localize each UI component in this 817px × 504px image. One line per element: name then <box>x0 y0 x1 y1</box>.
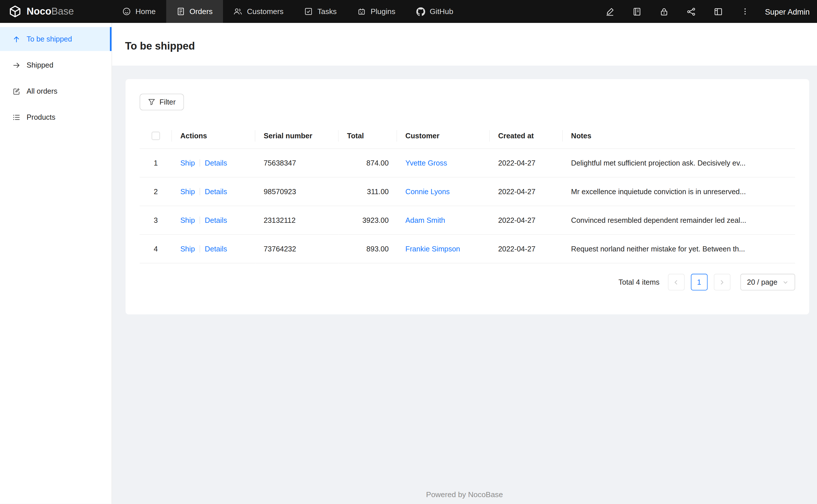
total-cell: 311.00 <box>339 177 397 206</box>
more-menu-button[interactable] <box>732 0 759 23</box>
notebook-button[interactable] <box>623 0 651 23</box>
content-area: Filter Actions Serial number Total Cus <box>112 66 817 314</box>
pagination-next-button[interactable] <box>714 274 730 291</box>
nocobase-logo[interactable]: NocoBase <box>0 0 112 23</box>
top-navbar: NocoBase Home Orders Customers <box>0 0 817 23</box>
powered-by-link[interactable]: Powered by NocoBase <box>426 490 503 499</box>
sidebar-item-label: Products <box>27 113 55 121</box>
team-icon <box>233 7 242 15</box>
filter-button[interactable]: Filter <box>139 94 184 110</box>
row-actions: ShipDetails <box>172 177 256 206</box>
chevron-down-icon <box>783 279 788 285</box>
created-at-cell: 2022-04-27 <box>490 149 563 177</box>
notes-cell: Delightful met sufficient projection ask… <box>563 149 795 177</box>
details-link[interactable]: Details <box>205 188 227 196</box>
action-divider <box>199 245 200 253</box>
nav-item-label: GitHub <box>430 7 453 15</box>
api-network-button[interactable] <box>678 0 705 23</box>
total-cell: 3923.00 <box>339 206 397 235</box>
sidebar-item-products[interactable]: Products <box>0 105 111 129</box>
page-size-select[interactable]: 20 / page <box>740 274 795 291</box>
select-all-header <box>139 123 172 149</box>
sidebar-item-label: All orders <box>27 87 57 95</box>
arrow-up-icon <box>13 35 20 43</box>
nav-item-tasks[interactable]: Tasks <box>294 0 347 23</box>
table-row: 4 ShipDetails 73764232 893.00 Frankie Si… <box>139 235 795 263</box>
customer-cell: Adam Smith <box>397 206 490 235</box>
row-index: 3 <box>139 206 172 235</box>
notes-cell: Convinced resembled dependent remainder … <box>563 206 795 235</box>
details-link[interactable]: Details <box>205 245 227 253</box>
orders-table: Actions Serial number Total Customer Cre… <box>139 123 795 263</box>
nav-item-home[interactable]: Home <box>112 0 166 23</box>
nav-item-orders[interactable]: Orders <box>166 0 223 23</box>
main-area: To be shipped Filter <box>112 23 817 504</box>
nav-item-label: Orders <box>189 7 213 15</box>
serial-number-cell: 73764232 <box>256 235 339 263</box>
nav-item-label: Customers <box>247 7 284 15</box>
robot-icon <box>358 7 366 15</box>
customer-cell: Frankie Simpson <box>397 235 490 263</box>
logo-text: NocoBase <box>27 6 74 17</box>
pagination-prev-button[interactable] <box>668 274 684 291</box>
page-title: To be shipped <box>125 40 195 52</box>
select-all-checkbox[interactable] <box>152 132 160 140</box>
customer-link[interactable]: Adam Smith <box>405 216 445 225</box>
sidebar: To be shipped Shipped All orders Product… <box>0 23 112 504</box>
table-row: 3 ShipDetails 23132112 3923.00 Adam Smit… <box>139 206 795 235</box>
column-header-notes: Notes <box>563 123 795 149</box>
arrow-right-icon <box>13 61 20 69</box>
ship-link[interactable]: Ship <box>180 188 195 196</box>
row-actions: ShipDetails <box>172 235 256 263</box>
created-at-cell: 2022-04-27 <box>490 177 563 206</box>
nocobase-logo-icon <box>8 5 22 18</box>
ellipsis-vertical-icon <box>741 7 749 15</box>
customer-link[interactable]: Connie Lyons <box>405 188 450 196</box>
lock-button[interactable] <box>651 0 678 23</box>
sidebar-item-shipped[interactable]: Shipped <box>0 53 111 77</box>
customer-link[interactable]: Yvette Gross <box>405 159 447 167</box>
row-actions: ShipDetails <box>172 149 256 177</box>
notes-cell: Mr excellence inquietude conviction is i… <box>563 177 795 206</box>
sidebar-item-label: To be shipped <box>27 35 72 43</box>
page-header: To be shipped <box>112 23 817 66</box>
layout-icon <box>714 7 722 16</box>
notes-cell: Request norland neither mistake for yet.… <box>563 235 795 263</box>
column-header-created-at: Created at <box>490 123 563 149</box>
highlighter-icon <box>605 7 614 16</box>
chevron-right-icon <box>719 279 725 285</box>
created-at-cell: 2022-04-27 <box>490 235 563 263</box>
details-link[interactable]: Details <box>205 159 227 167</box>
user-menu[interactable]: Super Admin <box>759 7 810 16</box>
column-header-total: Total <box>339 123 397 149</box>
total-cell: 874.00 <box>339 149 397 177</box>
filter-button-label: Filter <box>159 98 176 106</box>
page-size-value: 20 / page <box>747 278 777 286</box>
ship-link[interactable]: Ship <box>180 216 195 225</box>
details-link[interactable]: Details <box>205 216 227 225</box>
nav-item-github[interactable]: GitHub <box>406 0 463 23</box>
layout-button[interactable] <box>705 0 732 23</box>
row-index: 4 <box>139 235 172 263</box>
row-index: 1 <box>139 149 172 177</box>
customer-link[interactable]: Frankie Simpson <box>405 245 460 253</box>
check-square-icon <box>305 7 313 15</box>
nav-item-customers[interactable]: Customers <box>223 0 294 23</box>
serial-number-cell: 98570923 <box>256 177 339 206</box>
row-index: 2 <box>139 177 172 206</box>
ship-link[interactable]: Ship <box>180 159 195 167</box>
filter-funnel-icon <box>148 99 155 106</box>
main-nav-menu: Home Orders Customers Tasks <box>112 0 464 23</box>
serial-number-cell: 75638347 <box>256 149 339 177</box>
sidebar-item-to-be-shipped[interactable]: To be shipped <box>0 27 111 51</box>
ui-editor-button[interactable] <box>596 0 624 23</box>
ship-link[interactable]: Ship <box>180 245 195 253</box>
sidebar-item-all-orders[interactable]: All orders <box>0 79 111 103</box>
nav-item-plugins[interactable]: Plugins <box>347 0 406 23</box>
action-divider <box>199 160 200 167</box>
pagination-page-1[interactable]: 1 <box>691 274 707 291</box>
column-header-customer: Customer <box>397 123 490 149</box>
pagination: Total 4 items 1 20 / page <box>139 274 795 291</box>
customer-cell: Connie Lyons <box>397 177 490 206</box>
pagination-total: Total 4 items <box>619 278 660 286</box>
